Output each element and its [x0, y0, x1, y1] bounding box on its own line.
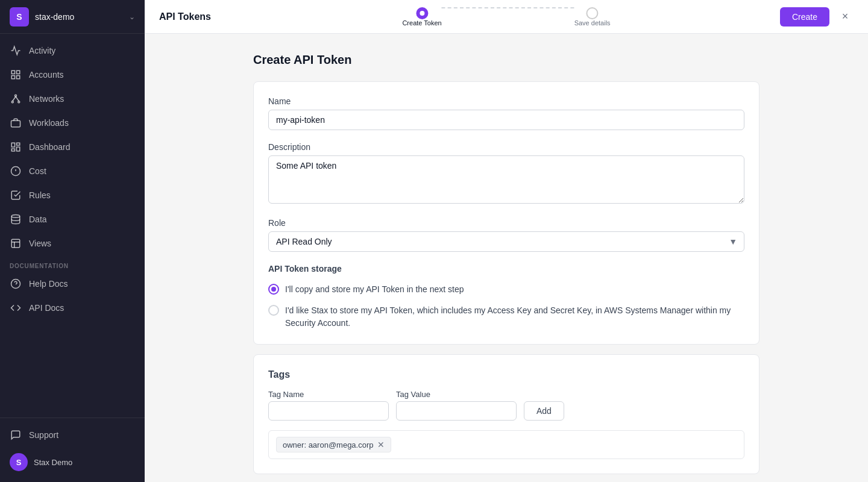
- sidebar-item-label: Activity: [29, 46, 55, 55]
- support-icon: [10, 429, 22, 441]
- tag-chip-remove[interactable]: ✕: [377, 440, 385, 449]
- sidebar: S stax-demo ⌄ Activity Accounts: [0, 0, 145, 482]
- description-input[interactable]: Some API token: [268, 155, 744, 204]
- sidebar-item-networks[interactable]: Networks: [0, 87, 145, 111]
- sidebar-item-label: Help Docs: [29, 279, 68, 289]
- svg-rect-0: [11, 70, 14, 74]
- topbar-title: API Tokens: [159, 11, 211, 22]
- topbar: API Tokens Create Token Save details Cre…: [145, 0, 868, 34]
- sidebar-item-label: Data: [29, 214, 47, 224]
- sidebar-item-label: API Docs: [29, 303, 64, 313]
- topbar-actions: Create ×: [780, 7, 854, 27]
- radio-stax-store[interactable]: [268, 305, 279, 316]
- step-save-details: Save details: [574, 7, 611, 27]
- svg-rect-10: [11, 143, 14, 147]
- sidebar-item-label: Cost: [29, 166, 46, 176]
- tags-input-row: Tag Name Tag Value Add: [268, 390, 744, 421]
- svg-point-17: [11, 215, 20, 218]
- activity-icon: [10, 45, 22, 57]
- role-select[interactable]: API Read Only API Read Write API Admin: [268, 231, 744, 252]
- tags-card: Tags Tag Name Tag Value Add owner: aaron…: [253, 354, 760, 474]
- svg-point-5: [11, 101, 13, 103]
- radio-self-copy[interactable]: [268, 284, 279, 295]
- user-name: Stax Demo: [34, 458, 72, 467]
- svg-rect-18: [11, 239, 20, 248]
- dashboard-icon: [10, 141, 22, 153]
- cost-icon: [10, 165, 22, 177]
- accounts-icon: [10, 69, 22, 81]
- sidebar-logo[interactable]: S stax-demo ⌄: [0, 0, 145, 34]
- radio-item-self-copy[interactable]: I'll copy and store my API Token in the …: [268, 283, 744, 296]
- description-group: Description Some API token: [268, 142, 744, 206]
- logo-text: stax-demo: [35, 12, 74, 22]
- sidebar-item-label: Support: [29, 430, 58, 440]
- help-icon: [10, 278, 22, 290]
- api-icon: [10, 302, 22, 314]
- page-content: Create API Token Name Description Some A…: [145, 34, 868, 482]
- sidebar-item-cost[interactable]: Cost: [0, 159, 145, 183]
- tag-name-label: Tag Name: [268, 390, 389, 399]
- sidebar-item-help-docs[interactable]: Help Docs: [0, 272, 145, 296]
- sidebar-item-activity[interactable]: Activity: [0, 39, 145, 63]
- svg-rect-2: [17, 76, 20, 79]
- storage-label: API Token storage: [268, 264, 744, 274]
- close-button[interactable]: ×: [837, 8, 854, 25]
- svg-rect-12: [17, 147, 20, 151]
- documentation-section-label: DOCUMENTATION: [0, 255, 145, 272]
- storage-group: API Token storage I'll copy and store my…: [268, 264, 744, 330]
- create-button[interactable]: Create: [780, 7, 829, 27]
- tag-value-input[interactable]: [396, 401, 517, 421]
- page-title: Create API Token: [253, 53, 760, 67]
- networks-icon: [10, 93, 22, 105]
- sidebar-item-label: Rules: [29, 190, 51, 200]
- svg-line-8: [16, 96, 19, 101]
- data-icon: [10, 213, 22, 225]
- sidebar-item-api-docs[interactable]: API Docs: [0, 296, 145, 320]
- step-label-save: Save details: [574, 19, 611, 27]
- storage-radio-group: I'll copy and store my API Token in the …: [268, 283, 744, 330]
- step-circle-active: [416, 7, 428, 19]
- sidebar-item-data[interactable]: Data: [0, 207, 145, 231]
- sidebar-item-accounts[interactable]: Accounts: [0, 63, 145, 87]
- sidebar-item-rules[interactable]: Rules: [0, 183, 145, 207]
- avatar: S: [10, 453, 28, 471]
- radio-label-self-copy: I'll copy and store my API Token in the …: [285, 283, 464, 296]
- step-circle-inactive: [587, 7, 599, 19]
- role-group: Role API Read Only API Read Write API Ad…: [268, 218, 744, 252]
- tags-title: Tags: [268, 369, 744, 380]
- sidebar-item-workloads[interactable]: Workloads: [0, 111, 145, 135]
- rules-icon: [10, 189, 22, 201]
- sidebar-user[interactable]: S Stax Demo: [0, 447, 145, 477]
- sidebar-nav: Activity Accounts Networks: [0, 34, 145, 418]
- name-group: Name: [268, 96, 744, 130]
- svg-point-6: [18, 101, 20, 103]
- name-input[interactable]: [268, 110, 744, 130]
- svg-rect-11: [17, 143, 20, 145]
- workloads-icon: [10, 117, 22, 129]
- tag-name-group: Tag Name: [268, 390, 389, 421]
- sidebar-item-views[interactable]: Views: [0, 231, 145, 255]
- svg-rect-9: [11, 120, 20, 127]
- add-tag-button[interactable]: Add: [524, 401, 564, 421]
- logo-icon: S: [10, 7, 29, 27]
- step-label-create: Create Token: [402, 19, 441, 27]
- tag-value-label: Tag Value: [396, 390, 517, 399]
- svg-rect-1: [17, 70, 20, 74]
- sidebar-item-label: Workloads: [29, 118, 69, 128]
- sidebar-item-support[interactable]: Support: [0, 423, 145, 447]
- step-create-token: Create Token: [402, 7, 441, 27]
- tag-chip: owner: aaron@mega.corp ✕: [276, 437, 391, 452]
- tag-value-group: Tag Value: [396, 390, 517, 421]
- sidebar-item-label: Views: [29, 239, 51, 248]
- description-label: Description: [268, 142, 744, 152]
- views-icon: [10, 237, 22, 249]
- radio-item-stax-store[interactable]: I'd like Stax to store my API Token, whi…: [268, 304, 744, 330]
- svg-rect-13: [11, 149, 14, 151]
- role-select-wrapper: API Read Only API Read Write API Admin ▼: [268, 231, 744, 252]
- name-label: Name: [268, 96, 744, 106]
- tags-chips-container: owner: aaron@mega.corp ✕: [268, 430, 744, 459]
- sidebar-item-dashboard[interactable]: Dashboard: [0, 135, 145, 159]
- chevron-down-icon: ⌄: [129, 13, 135, 21]
- tag-name-input[interactable]: [268, 401, 389, 421]
- role-label: Role: [268, 218, 744, 228]
